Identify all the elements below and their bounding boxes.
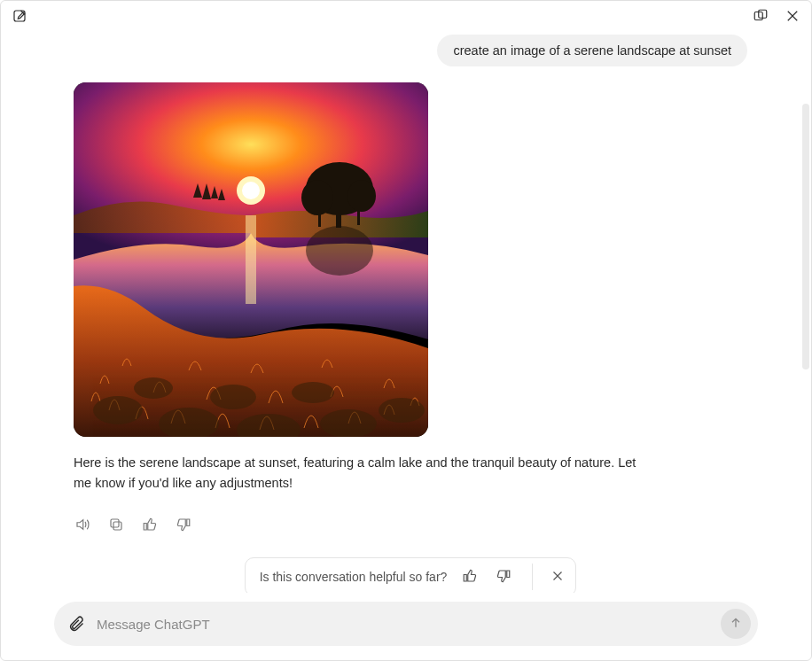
speaker-icon [74, 517, 90, 535]
send-icon [729, 616, 743, 633]
copy-button[interactable] [107, 517, 125, 534]
chat-window: create an image of a serene landscape at… [0, 0, 812, 661]
user-message-text: create an image of a serene landscape at… [453, 43, 731, 58]
svg-point-17 [320, 409, 377, 437]
chat-scroll-area[interactable]: create an image of a serene landscape at… [1, 33, 811, 593]
svg-rect-23 [111, 519, 119, 527]
attach-icon [67, 614, 85, 634]
user-message-row: create an image of a serene landscape at… [65, 35, 747, 66]
message-composer [54, 602, 758, 646]
svg-point-8 [347, 180, 376, 212]
thumbs-down-icon [176, 517, 191, 535]
svg-point-7 [301, 180, 333, 215]
expand-icon [753, 8, 769, 27]
thumbs-up-button[interactable] [141, 517, 159, 534]
message-input[interactable] [97, 617, 712, 632]
helpful-thumbs-down-button[interactable] [493, 566, 514, 587]
send-button[interactable] [721, 609, 751, 639]
helpful-prompt-text: Is this conversation helpful so far? [260, 570, 448, 584]
helpful-dismiss-button[interactable] [547, 566, 568, 587]
attach-button[interactable] [65, 612, 88, 635]
svg-point-20 [210, 385, 256, 409]
message-actions [74, 517, 192, 534]
svg-point-21 [292, 382, 334, 403]
generated-image[interactable] [74, 82, 428, 437]
svg-point-18 [379, 398, 425, 423]
svg-rect-10 [318, 211, 321, 227]
new-chat-icon [12, 8, 27, 27]
assistant-message-text: Here is the serene landscape at sunset, … [74, 453, 641, 494]
svg-point-19 [134, 377, 173, 399]
svg-point-13 [306, 226, 373, 276]
titlebar [1, 1, 811, 33]
svg-point-14 [93, 396, 143, 424]
thumbs-up-icon [142, 517, 158, 535]
svg-rect-9 [336, 206, 341, 228]
thumbs-up-icon [462, 568, 478, 587]
scrollbar[interactable] [802, 104, 809, 369]
new-chat-button[interactable] [10, 7, 29, 27]
thumbs-down-button[interactable] [175, 517, 192, 534]
svg-point-5 [242, 182, 260, 199]
svg-rect-12 [246, 215, 256, 304]
assistant-message-row: Here is the serene landscape at sunset, … [74, 82, 747, 593]
close-button[interactable] [783, 7, 802, 27]
close-icon [785, 8, 800, 27]
svg-rect-11 [357, 209, 360, 225]
composer-area [1, 593, 811, 660]
copy-icon [108, 517, 124, 535]
thumbs-down-icon [496, 568, 511, 587]
divider [532, 564, 533, 590]
svg-rect-22 [113, 522, 121, 530]
helpful-feedback-box: Is this conversation helpful so far? [245, 557, 577, 593]
dismiss-icon [550, 568, 566, 587]
expand-button[interactable] [751, 7, 770, 27]
read-aloud-button[interactable] [74, 517, 91, 534]
helpful-thumbs-up-button[interactable] [459, 566, 480, 587]
user-message-bubble: create an image of a serene landscape at… [437, 35, 747, 66]
